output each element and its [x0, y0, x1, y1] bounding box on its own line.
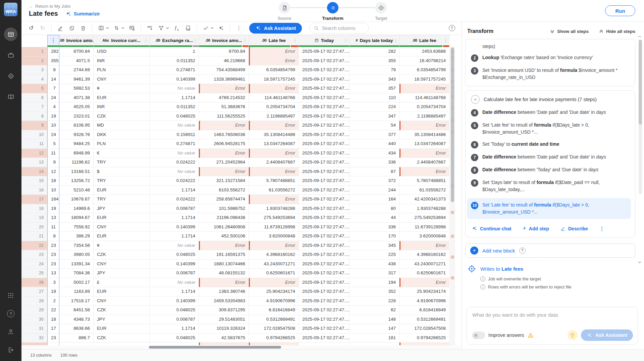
more-options-button[interactable]: ⋮: [234, 23, 244, 33]
table-cell[interactable]: 0.274871: [150, 65, 199, 75]
table-cell[interactable]: 2025-09-17 02:27:47....: [299, 204, 350, 214]
table-cell[interactable]: 2025-09-17 02:27:47....: [299, 232, 350, 241]
table-cell[interactable]: CZK: [94, 333, 150, 343]
column-header-fee1[interactable]: .00Late fee⋮: [249, 35, 299, 47]
table-cell[interactable]: 79: [350, 65, 399, 75]
row-number[interactable]: 27: [21, 287, 47, 297]
table-cell[interactable]: 1.1714: [150, 324, 199, 333]
table-cell[interactable]: 16.40798214: [399, 56, 449, 66]
table-cell[interactable]: 13168.51: [59, 167, 94, 177]
table-cell[interactable]: 0.006787: [150, 269, 199, 278]
help-button[interactable]: ?: [5, 308, 16, 319]
table-cell[interactable]: 2025-09-17 02:27:47....: [299, 287, 350, 297]
copy-button[interactable]: [67, 23, 77, 33]
row-number[interactable]: 8: [21, 112, 47, 121]
table-cell[interactable]: 2025-09-17 02:27:47....: [299, 315, 350, 324]
add-step-button[interactable]: +Add step: [523, 225, 549, 232]
table-cell[interactable]: No value: [150, 121, 199, 130]
table-cell[interactable]: 3.620000848: [399, 232, 449, 241]
table-cell[interactable]: 7558.92: [59, 223, 94, 232]
table-cell[interactable]: 114.461148768: [249, 93, 299, 103]
redo-button[interactable]: ↻: [38, 23, 48, 33]
table-cell[interactable]: 355: [350, 56, 399, 66]
column-header-dlt[interactable]: #Days late today⋮: [350, 35, 399, 47]
table-cell[interactable]: [47, 343, 59, 345]
table-cell[interactable]: USD: [94, 47, 150, 56]
table-cell[interactable]: 6.0354854799: [249, 65, 299, 75]
row-number[interactable]: 23: [21, 250, 47, 260]
table-cell[interactable]: 2025-09-17 02:27:47....: [299, 167, 350, 177]
table-cell[interactable]: ¥: [94, 84, 150, 93]
table-cell[interactable]: 225: [350, 250, 399, 260]
writes-to-link[interactable]: Writes to Late fees: [480, 266, 523, 272]
table-cell[interactable]: 2025-09-17 02:27:47....: [299, 75, 350, 84]
fill-down-button[interactable]: [145, 23, 155, 33]
table-cell[interactable]: 2025-09-17 02:27:47....: [299, 269, 350, 278]
ai-suggest-button[interactable]: [216, 23, 226, 33]
table-cell[interactable]: PLN: [94, 65, 150, 75]
transform-step-9[interactable]: 9Set 'Days late' to result of formula if…: [471, 179, 630, 193]
row-number[interactable]: 11: [21, 139, 47, 149]
table-cell[interactable]: 317: [350, 269, 399, 278]
table-cell[interactable]: 377: [350, 130, 399, 140]
table-cell[interactable]: 0.006787: [150, 204, 199, 214]
table-cell[interactable]: Error: [249, 195, 299, 204]
table-cell[interactable]: 23: [47, 241, 59, 251]
table-cell[interactable]: 1.9303748288: [399, 204, 449, 214]
table-cell[interactable]: 12: [47, 167, 59, 177]
table-cell[interactable]: 172.028547508: [249, 324, 299, 333]
table-cell[interactable]: 48.08155132: [199, 269, 249, 278]
table-cell[interactable]: 4.3968160162: [249, 250, 299, 260]
table-cell[interactable]: 0.024222: [150, 158, 199, 167]
table-cell[interactable]: 228: [350, 297, 399, 306]
table-cell[interactable]: 0.2054734704: [249, 102, 299, 112]
table-cell[interactable]: 452.500106: [199, 232, 249, 241]
table-cell[interactable]: 6.816416849: [399, 306, 449, 315]
table-cell[interactable]: [94, 343, 150, 345]
formula-button[interactable]: ƒx: [171, 23, 181, 33]
column-header-amt[interactable]: .00Invoice amo...⋮: [59, 35, 94, 47]
table-cell[interactable]: 5: [47, 139, 59, 149]
table-cell[interactable]: Error: [199, 167, 249, 177]
column-menu-icon[interactable]: ⋮: [88, 38, 92, 43]
table-cell[interactable]: 2744.69: [59, 65, 94, 75]
row-number[interactable]: 15: [21, 176, 47, 186]
row-number[interactable]: 9: [21, 121, 47, 130]
table-cell[interactable]: 13.0347264087: [249, 139, 299, 149]
table-cell[interactable]: JPY: [94, 204, 150, 214]
sidebar-item-library[interactable]: [4, 90, 17, 103]
table-cell[interactable]: 4769.214532: [199, 93, 249, 103]
table-cell[interactable]: Error: [199, 149, 249, 158]
table-cell[interactable]: ¥: [94, 241, 150, 251]
row-number[interactable]: 19: [21, 213, 47, 223]
table-cell[interactable]: 0.011352: [150, 56, 199, 66]
table-cell[interactable]: 2.4408407667: [399, 158, 449, 167]
table-cell[interactable]: 44: [350, 213, 399, 223]
table-cell[interactable]: 4.9190670996: [399, 297, 449, 306]
table-cell[interactable]: 1880.13074466: [199, 260, 249, 269]
table-cell[interactable]: DKK: [94, 130, 150, 140]
grid-horizontal-scrollbar[interactable]: [21, 345, 462, 349]
row-number[interactable]: 24: [21, 260, 47, 269]
hide-all-steps-button[interactable]: Hide all steps: [599, 29, 635, 34]
column-header-rate[interactable]: .00Exchange ra...⋮: [150, 35, 199, 47]
table-cell[interactable]: 2606.94528175: [199, 139, 249, 149]
table-cell[interactable]: CNY: [94, 223, 150, 232]
table-cell[interactable]: 1363.380746: [199, 287, 249, 297]
column-header-usd[interactable]: .00Invoice amo...⋮: [199, 35, 249, 47]
table-cell[interactable]: 18: [47, 176, 59, 186]
table-cell[interactable]: 46.219668: [199, 56, 249, 66]
table-cell[interactable]: EUR: [94, 324, 150, 333]
table-cell[interactable]: 1.1714: [150, 93, 199, 103]
table-cell[interactable]: 8700.84: [59, 47, 94, 56]
table-cell[interactable]: 0.006787: [150, 315, 199, 324]
collapse-block-button[interactable]: [471, 95, 480, 104]
table-cell[interactable]: 336: [350, 158, 399, 167]
table-cell[interactable]: 7084.36: [59, 269, 94, 278]
table-cell[interactable]: 10678.67: [59, 195, 94, 204]
chat-ask-assistant-button[interactable]: Ask Assistant: [581, 329, 633, 341]
table-cell[interactable]: 1163.89: [59, 287, 94, 297]
table-cell[interactable]: 2025-09-17 02:27:47....: [299, 65, 350, 75]
table-cell[interactable]: 2025-09-17 02:27:47....: [299, 47, 350, 56]
table-cell[interactable]: [249, 343, 299, 345]
